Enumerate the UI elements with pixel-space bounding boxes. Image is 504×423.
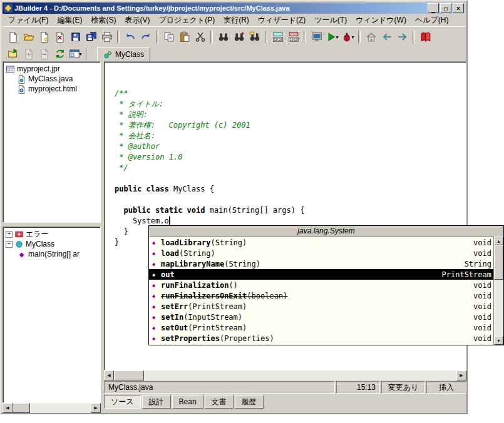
find-next-button[interactable] <box>231 29 247 45</box>
code-line: * @version 1.0 <box>115 152 466 163</box>
scroll-right-button[interactable]: ▶ <box>91 403 101 413</box>
title-bar[interactable]: JBuilder 4 - D:/Documents and Settings/t… <box>3 3 465 14</box>
tree-item[interactable]: +エラー <box>4 229 100 239</box>
editor-horizontal-scrollbar[interactable]: ◀ ▶ <box>104 370 466 380</box>
member-diamond-icon: ◆ <box>152 293 161 299</box>
minimize-button[interactable]: _ <box>428 3 439 13</box>
scroll-left-button[interactable]: ◀ <box>3 403 13 413</box>
new-file-button[interactable] <box>5 29 21 45</box>
menu-item[interactable]: ウィザード(Z) <box>254 14 310 27</box>
tree-item[interactable]: ◆main(String[] ar <box>4 249 100 259</box>
editor-tab-myclass[interactable]: MyClass <box>97 47 150 61</box>
member-return-type: void <box>473 292 491 300</box>
menu-item[interactable]: ウィンドウ(W) <box>351 14 411 27</box>
completion-item[interactable]: ◆setErr(PrintStream)void <box>149 301 494 312</box>
byte-view-1-icon: 1010 <box>272 31 284 43</box>
app-window: JBuilder 4 - D:/Documents and Settings/t… <box>0 0 468 414</box>
new-wizard-button[interactable] <box>36 29 52 45</box>
status-modified-badge: 変更あり <box>381 381 425 394</box>
menu-item[interactable]: ファイル(F) <box>4 14 53 27</box>
scroll-track[interactable] <box>494 280 503 336</box>
view-tab[interactable]: Bean <box>172 395 203 409</box>
completion-item[interactable]: ◆load(String)void <box>149 248 494 258</box>
tree-expander[interactable]: + <box>6 231 13 238</box>
screen-view-button[interactable] <box>309 29 324 45</box>
completion-item[interactable]: ◆setOut(PrintStream)void <box>149 322 494 333</box>
left-horizontal-scrollbar[interactable]: ◀ ▶ <box>3 403 101 413</box>
structure-pane: +エラー−MyClass◆main(String[] ar <box>3 227 101 403</box>
menu-item[interactable]: ヘルプ(H) <box>411 14 453 27</box>
find-in-path-button[interactable] <box>247 29 262 45</box>
view-tab[interactable]: 履歴 <box>235 395 264 409</box>
tree-item[interactable]: myproject.html <box>4 84 100 94</box>
member-params: (String) <box>224 260 260 268</box>
scroll-track[interactable] <box>30 403 91 413</box>
print-button[interactable] <box>99 29 115 45</box>
undo-button[interactable] <box>122 29 138 45</box>
tree-item-label: MyClass.java <box>28 74 73 83</box>
save-button[interactable] <box>68 29 83 45</box>
completion-item[interactable]: ◆setIn(InputStream)void <box>149 312 494 322</box>
member-diamond-icon: ◆ <box>152 314 161 320</box>
paste-button[interactable] <box>177 29 192 45</box>
open-file-button[interactable] <box>21 29 36 45</box>
member-return-type: void <box>473 238 491 247</box>
member-diamond-icon: ◆ <box>152 240 161 246</box>
cut-button[interactable] <box>192 29 208 45</box>
tree-item[interactable]: −MyClass <box>4 239 100 249</box>
scroll-left-button[interactable]: ◀ <box>104 370 114 380</box>
completion-scrollbar[interactable]: ▲ ▼ <box>493 237 503 345</box>
tree-item[interactable]: myproject.jpr <box>4 64 100 74</box>
completion-item[interactable]: ◆outPrintStream <box>149 269 494 280</box>
scroll-thumb[interactable] <box>494 245 503 280</box>
text-caret <box>169 217 170 225</box>
close-file-button[interactable] <box>52 29 68 45</box>
completion-item[interactable]: ◆loadLibrary(String)void <box>149 237 494 248</box>
toolbar-separator <box>304 31 306 43</box>
undo-icon <box>125 31 136 43</box>
tree-expander[interactable]: − <box>6 241 13 248</box>
back-button[interactable] <box>379 29 394 45</box>
refresh-project-button[interactable] <box>52 46 68 62</box>
byte-view-2-button[interactable]: 1010 <box>285 29 301 45</box>
scroll-down-button[interactable]: ▼ <box>494 336 503 345</box>
completion-item[interactable]: ◆mapLibraryName(String)String <box>149 258 494 269</box>
menu-item[interactable]: 検索(S) <box>86 14 120 27</box>
project-view-button[interactable]: ▾ <box>68 46 83 62</box>
view-tab[interactable]: 設計 <box>142 395 171 409</box>
debug-button[interactable]: ▾ <box>340 29 356 45</box>
scroll-up-button[interactable]: ▲ <box>494 237 503 245</box>
menu-item[interactable]: 編集(E) <box>53 14 86 27</box>
save-all-button[interactable] <box>83 29 99 45</box>
menu-item[interactable]: 表示(V) <box>120 14 154 27</box>
code-line: */ <box>115 163 466 173</box>
java-file-icon <box>17 74 26 84</box>
view-tab[interactable]: 文書 <box>205 395 234 409</box>
find-button[interactable] <box>215 29 231 45</box>
view-tab[interactable]: ソース <box>104 395 141 409</box>
completion-item[interactable]: ◆runFinalization()void <box>149 280 494 290</box>
scroll-track[interactable] <box>144 370 456 380</box>
screen-view-icon <box>311 31 322 43</box>
menu-item[interactable]: ツール(T) <box>310 14 351 27</box>
menu-item[interactable]: 実行(R) <box>219 14 254 27</box>
home-button[interactable] <box>363 29 379 45</box>
tree-item[interactable]: MyClass.java <box>4 74 100 84</box>
scroll-thumb[interactable] <box>114 370 144 380</box>
scroll-right-button[interactable]: ▶ <box>456 370 466 380</box>
run-button[interactable]: ▾ <box>324 29 340 45</box>
help-button[interactable] <box>418 29 433 45</box>
maximize-button[interactable]: □ <box>440 3 451 13</box>
copy-button[interactable] <box>161 29 177 45</box>
close-button[interactable]: × <box>453 3 464 13</box>
code-line: * 著作権: Copyright (c) 2001 <box>115 120 466 131</box>
scroll-thumb[interactable] <box>13 403 30 413</box>
open-project-button[interactable] <box>5 46 21 62</box>
completion-item[interactable]: ◆runFinalizersOnExit(boolean)void <box>149 290 494 301</box>
redo-button[interactable] <box>138 29 153 45</box>
byte-view-1-button[interactable]: 1010 <box>270 29 285 45</box>
menu-item[interactable]: プロジェクト(P) <box>154 14 219 27</box>
home-icon <box>366 31 377 43</box>
completion-item[interactable]: ◆setProperties(Properties)void <box>149 333 494 344</box>
forward-button[interactable] <box>394 29 410 45</box>
